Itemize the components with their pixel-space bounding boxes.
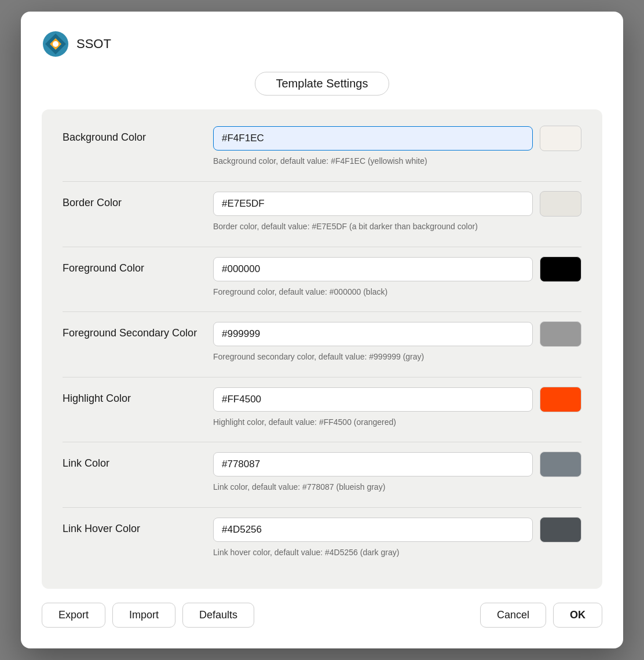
setting-label-foreground-color: Foreground Color — [63, 256, 213, 274]
setting-controls-link-color: Link color, default value: #778087 (blue… — [213, 452, 581, 493]
setting-hint-foreground-color: Foreground color, default value: #000000… — [213, 287, 581, 298]
color-input-link-hover-color[interactable] — [213, 518, 533, 542]
import-button[interactable]: Import — [112, 603, 175, 628]
setting-hint-link-hover-color: Link hover color, default value: #4D5256… — [213, 547, 581, 559]
setting-label-foreground-secondary-color: Foreground Secondary Color — [63, 321, 213, 339]
setting-label-border-color: Border Color — [63, 191, 213, 209]
setting-row-link-color: Link ColorLink color, default value: #77… — [63, 452, 581, 503]
setting-hint-foreground-secondary-color: Foreground secondary color, default valu… — [213, 351, 581, 363]
footer-right: Cancel OK — [480, 603, 602, 628]
title-bar: Template Settings — [42, 72, 602, 96]
setting-controls-background-color: Background color, default value: #F4F1EC… — [213, 126, 581, 167]
export-button[interactable]: Export — [42, 603, 105, 628]
setting-input-row-highlight-color — [213, 387, 581, 412]
setting-hint-link-color: Link color, default value: #778087 (blue… — [213, 482, 581, 493]
setting-label-background-color: Background Color — [63, 126, 213, 144]
color-swatch-link-color[interactable] — [540, 452, 581, 477]
color-swatch-highlight-color[interactable] — [540, 387, 581, 412]
setting-controls-link-hover-color: Link hover color, default value: #4D5256… — [213, 517, 581, 559]
setting-input-row-background-color — [213, 126, 581, 151]
setting-controls-highlight-color: Highlight color, default value: #FF4500 … — [213, 387, 581, 428]
template-settings-dialog: SSOT Template Settings Background ColorB… — [21, 12, 623, 648]
setting-input-row-link-color — [213, 452, 581, 477]
cancel-button[interactable]: Cancel — [480, 603, 546, 628]
color-swatch-background-color[interactable] — [540, 126, 581, 151]
color-input-highlight-color[interactable] — [213, 387, 533, 412]
setting-row-foreground-color: Foreground ColorForeground color, defaul… — [63, 256, 581, 307]
setting-controls-foreground-color: Foreground color, default value: #000000… — [213, 256, 581, 298]
defaults-button[interactable]: Defaults — [182, 603, 254, 628]
color-input-background-color[interactable] — [213, 126, 533, 151]
setting-label-link-hover-color: Link Hover Color — [63, 517, 213, 535]
setting-input-row-border-color — [213, 191, 581, 217]
setting-row-highlight-color: Highlight ColorHighlight color, default … — [63, 387, 581, 438]
setting-label-highlight-color: Highlight Color — [63, 387, 213, 405]
setting-hint-highlight-color: Highlight color, default value: #FF4500 … — [213, 417, 581, 428]
footer-left: Export Import Defaults — [42, 603, 473, 628]
app-name: SSOT — [76, 36, 111, 52]
setting-label-link-color: Link Color — [63, 452, 213, 470]
color-input-foreground-secondary-color[interactable] — [213, 322, 533, 346]
color-swatch-link-hover-color[interactable] — [540, 517, 581, 542]
svg-point-3 — [53, 41, 58, 47]
setting-hint-background-color: Background color, default value: #F4F1EC… — [213, 156, 581, 167]
setting-row-foreground-secondary-color: Foreground Secondary ColorForeground sec… — [63, 321, 581, 372]
setting-row-link-hover-color: Link Hover ColorLink hover color, defaul… — [63, 517, 581, 568]
dialog-header: SSOT — [42, 30, 602, 58]
color-swatch-foreground-secondary-color[interactable] — [540, 321, 581, 347]
color-input-foreground-color[interactable] — [213, 257, 533, 281]
setting-input-row-foreground-color — [213, 256, 581, 282]
setting-hint-border-color: Border color, default value: #E7E5DF (a … — [213, 221, 581, 233]
settings-body: Background ColorBackground color, defaul… — [42, 109, 602, 588]
setting-row-background-color: Background ColorBackground color, defaul… — [63, 126, 581, 177]
color-swatch-foreground-color[interactable] — [540, 256, 581, 282]
color-swatch-border-color[interactable] — [540, 191, 581, 217]
ok-button[interactable]: OK — [553, 603, 602, 628]
color-input-link-color[interactable] — [213, 452, 533, 476]
setting-controls-border-color: Border color, default value: #E7E5DF (a … — [213, 191, 581, 233]
setting-input-row-foreground-secondary-color — [213, 321, 581, 347]
ssot-logo-icon — [42, 30, 69, 58]
dialog-title: Template Settings — [255, 72, 390, 96]
setting-row-border-color: Border ColorBorder color, default value:… — [63, 191, 581, 242]
color-input-border-color[interactable] — [213, 192, 533, 216]
setting-controls-foreground-secondary-color: Foreground secondary color, default valu… — [213, 321, 581, 363]
dialog-footer: Export Import Defaults Cancel OK — [42, 603, 602, 628]
setting-input-row-link-hover-color — [213, 517, 581, 542]
